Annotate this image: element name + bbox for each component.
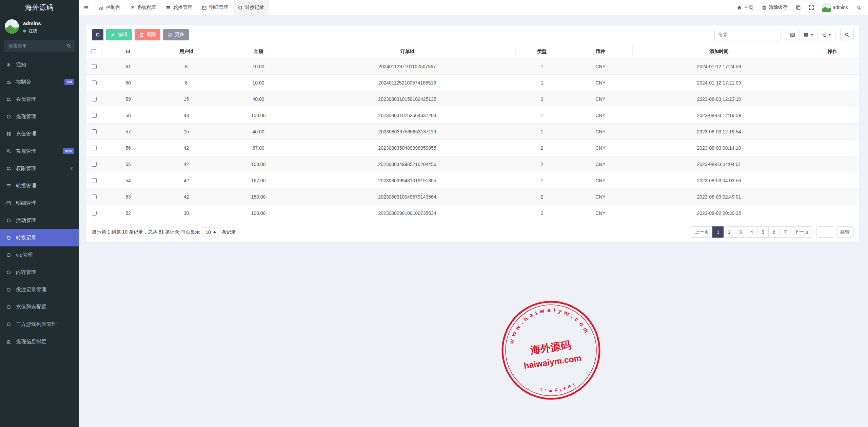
search-icon[interactable] bbox=[66, 43, 71, 49]
nav-tab-3[interactable]: 轮播管理 bbox=[161, 0, 197, 15]
refresh-button[interactable] bbox=[92, 29, 103, 40]
page-button-6[interactable]: 6 bbox=[768, 226, 780, 238]
cell-order-id: 2023080350489998959055 bbox=[299, 140, 515, 156]
sidebar-item-2[interactable]: 控制台 hot bbox=[0, 73, 79, 91]
sidebar-item-1[interactable]: 通知 bbox=[0, 56, 79, 73]
cell-type: 2 bbox=[515, 156, 569, 172]
detail-view-button[interactable] bbox=[786, 29, 800, 40]
sidebar-item-6[interactable]: 常规管理 new bbox=[0, 143, 79, 160]
hamburger-icon[interactable] bbox=[79, 0, 94, 15]
sidebar-item-17[interactable]: 提现信息绑定 bbox=[0, 333, 79, 350]
sidebar-item-9[interactable]: 明细管理 bbox=[0, 194, 79, 212]
more-button[interactable]: 更多 bbox=[163, 29, 189, 40]
page-button-4[interactable]: 4 bbox=[746, 226, 757, 238]
page-button-2[interactable]: 2 bbox=[724, 226, 735, 238]
page-button-7[interactable]: 7 bbox=[780, 226, 791, 238]
sidebar-search-input[interactable] bbox=[7, 43, 66, 49]
column-header-time[interactable]: 添加时间 bbox=[632, 45, 806, 58]
sidebar-item-3[interactable]: 会员管理 bbox=[0, 91, 79, 108]
cell-id: 53 bbox=[101, 189, 155, 205]
row-checkbox[interactable] bbox=[92, 97, 97, 101]
svg-text:w w w . h a i w a i y m . c o: w w w . h a i w a i y m . c o m bbox=[504, 301, 591, 346]
export-button[interactable] bbox=[817, 29, 835, 40]
sidebar-item-13[interactable]: 内容管理 bbox=[0, 264, 79, 281]
cell-amount: 150.00 bbox=[218, 189, 299, 205]
user-panel: admins 在线 bbox=[0, 15, 79, 35]
sidebar-item-16[interactable]: 三方游戏列表管理 bbox=[0, 316, 79, 333]
jump-button[interactable]: 跳转 bbox=[836, 226, 854, 238]
next-page-button[interactable]: 下一页 bbox=[791, 226, 812, 238]
row-checkbox[interactable] bbox=[92, 80, 97, 85]
sidebar-item-7[interactable]: 权限管理 bbox=[0, 160, 79, 177]
row-checkbox[interactable] bbox=[92, 146, 97, 150]
cell-type: 1 bbox=[515, 58, 569, 75]
column-header-amount[interactable]: 金额 bbox=[218, 45, 299, 58]
sidebar-item-10[interactable]: 活动管理 bbox=[0, 212, 79, 229]
row-checkbox[interactable] bbox=[92, 211, 97, 216]
table-search-input[interactable] bbox=[714, 29, 781, 40]
export-icon bbox=[822, 32, 827, 37]
edit-button[interactable]: 编辑 bbox=[106, 29, 132, 40]
nav-tab-1[interactable]: 控制台 bbox=[94, 0, 125, 15]
page-size-select[interactable]: 10 bbox=[202, 227, 219, 237]
cell-type: 2 bbox=[515, 91, 569, 107]
page-button-1[interactable]: 1 bbox=[712, 226, 724, 238]
circle-icon bbox=[5, 218, 12, 223]
page-button-3[interactable]: 3 bbox=[735, 226, 746, 238]
cell-actions bbox=[806, 58, 859, 75]
home-link[interactable]: 主页 bbox=[733, 0, 757, 15]
circle-icon bbox=[5, 287, 12, 292]
sidebar-item-14[interactable]: 投注记录管理 bbox=[0, 281, 79, 298]
nav-tab-5[interactable]: 转换记录 bbox=[233, 0, 269, 15]
sidebar-item-12[interactable]: vip管理 bbox=[0, 246, 79, 264]
view-button-group bbox=[786, 29, 835, 40]
pages-button[interactable] bbox=[792, 0, 805, 15]
sidebar-item-8[interactable]: 轮播管理 bbox=[0, 177, 79, 194]
sidebar-item-4[interactable]: 提现管理 bbox=[0, 108, 79, 125]
sidebar-item-11[interactable]: 转换记录 bbox=[0, 229, 79, 246]
nav-tab-2[interactable]: 系统配置 bbox=[125, 0, 161, 15]
sidebar-item-5[interactable]: 充值管理 bbox=[0, 125, 79, 143]
cell-currency: CNY bbox=[569, 140, 632, 156]
cell-currency: CNY bbox=[569, 189, 632, 205]
jump-page-input[interactable] bbox=[816, 226, 834, 238]
cell-type: 2 bbox=[515, 189, 569, 205]
column-header-order[interactable]: 订单id bbox=[299, 45, 515, 58]
settings-button[interactable] bbox=[852, 0, 865, 15]
cell-time: 2023-08-03 04:04:01 bbox=[632, 156, 806, 172]
prev-page-button[interactable]: 上一页 bbox=[691, 226, 713, 238]
page-button-5[interactable]: 5 bbox=[757, 226, 769, 238]
row-checkbox[interactable] bbox=[92, 129, 97, 134]
row-checkbox[interactable] bbox=[92, 178, 97, 183]
circle-icon bbox=[5, 322, 12, 327]
cogs-icon bbox=[5, 149, 12, 154]
nav-tab-4[interactable]: 明细管理 bbox=[197, 0, 233, 15]
column-header-id[interactable]: Id bbox=[101, 45, 155, 58]
columns-button[interactable] bbox=[799, 29, 817, 40]
column-header-currency[interactable]: 币种 bbox=[569, 45, 632, 58]
user-menu[interactable]: admins bbox=[818, 0, 852, 15]
circle-icon bbox=[238, 5, 243, 10]
row-checkbox[interactable] bbox=[92, 64, 97, 69]
row-checkbox[interactable] bbox=[92, 194, 97, 199]
top-navbar: 控制台 系统配置 轮播管理 明细管理 转换记录 主页 清除缓存 bbox=[79, 0, 868, 15]
select-all-checkbox[interactable] bbox=[92, 49, 96, 54]
row-checkbox[interactable] bbox=[92, 162, 97, 167]
gear-icon bbox=[167, 32, 173, 37]
cell-currency: CNY bbox=[569, 75, 632, 91]
column-header-uid[interactable]: 用户id bbox=[155, 45, 218, 58]
sidebar-item-15[interactable]: 充值列表配置 bbox=[0, 298, 79, 316]
users-icon bbox=[5, 97, 12, 102]
cell-time: 2023-08-03 12:19:54 bbox=[632, 124, 806, 140]
pagination-summary-suffix: 条记录 bbox=[222, 229, 236, 235]
column-header-type[interactable]: 类型 bbox=[515, 45, 569, 58]
row-checkbox[interactable] bbox=[92, 113, 97, 118]
clear-cache-link[interactable]: 清除缓存 bbox=[757, 0, 792, 15]
nav-tabs: 控制台 系统配置 轮播管理 明细管理 转换记录 bbox=[94, 0, 269, 15]
cell-type: 1 bbox=[515, 124, 569, 140]
list-icon bbox=[166, 5, 171, 10]
cell-time: 2023-08-03 02:49:01 bbox=[632, 189, 806, 205]
fullscreen-button[interactable] bbox=[805, 0, 818, 15]
search-button[interactable] bbox=[840, 29, 854, 40]
delete-button[interactable]: 删除 bbox=[135, 29, 160, 40]
